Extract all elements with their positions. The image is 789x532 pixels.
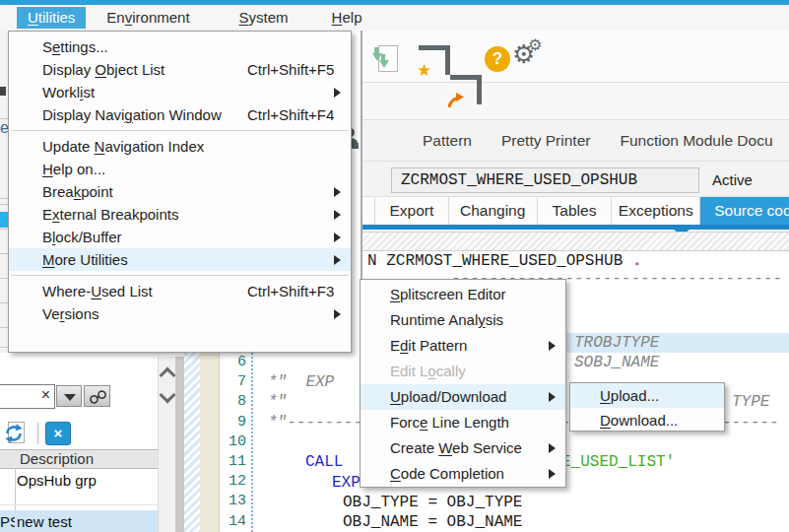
- refresh-icon[interactable]: [2, 421, 28, 446]
- menu-separator: [9, 271, 351, 280]
- create-shortcut-icon[interactable]: [450, 75, 482, 104]
- tab-exceptions[interactable]: Exceptions: [612, 197, 700, 225]
- utilities-menu: Settings...Display Object ListCtrl+Shift…: [8, 31, 352, 353]
- menu-item-label: Settings...: [42, 38, 108, 55]
- menu-item-label: External Breakpoints: [42, 206, 178, 223]
- customize-icon[interactable]: ⚙ ⚙: [512, 41, 544, 73]
- panel-toolbar: ×: [0, 419, 158, 448]
- menu-item-versions[interactable]: Versions: [9, 302, 351, 325]
- description-cell: new test: [17, 510, 72, 532]
- help-icon[interactable]: ?: [485, 46, 510, 72]
- submenu-arrow-icon: [549, 443, 556, 453]
- menu-item-upload-download[interactable]: Upload/Download: [361, 384, 565, 410]
- tab-changing[interactable]: Changing: [449, 197, 538, 225]
- line-number: 7: [219, 372, 246, 392]
- menu-item-label: Worklist: [42, 84, 95, 100]
- tab-source-code[interactable]: Source code: [700, 197, 789, 225]
- menu-item-where-used-list[interactable]: Where-Used ListCtrl+Shift+F3: [9, 280, 351, 302]
- submenu-arrow-icon: [334, 309, 341, 319]
- sap-gui-window: UtilitiesEnvironmentSystemHelp Pattern P…: [0, 0, 789, 532]
- application-toolbar: Pattern Pretty Printer Function Module D…: [362, 119, 789, 162]
- menu-item-label: More Utilities: [42, 251, 128, 268]
- dropdown-button[interactable]: [56, 385, 82, 407]
- upload-download-submenu: Upload...Download...: [569, 382, 725, 432]
- menu-item-worklist[interactable]: Worklist: [9, 81, 351, 103]
- submenu-arrow-icon: [334, 233, 341, 242]
- code-fragment: TROBJTYPE: [574, 333, 659, 353]
- line-number: 13: [219, 492, 246, 511]
- menu-bar: UtilitiesEnvironmentSystemHelp: [0, 5, 789, 31]
- document-export-icon[interactable]: [372, 45, 398, 73]
- clear-filter-icon[interactable]: ×: [41, 386, 50, 404]
- tab-export[interactable]: Export: [375, 197, 449, 225]
- menu-item-create-web-service[interactable]: Create Web Service: [361, 435, 565, 461]
- orange-arrow-shape: [447, 93, 465, 108]
- object-name-cell: PSH: [0, 510, 15, 532]
- function-module-docu-button[interactable]: Function Module Docu: [620, 132, 772, 150]
- submenu-arrow-icon: [334, 187, 341, 197]
- panel-splitter[interactable]: [184, 353, 200, 532]
- filter-input[interactable]: ×: [0, 384, 55, 409]
- submenu-arrow-icon: [334, 88, 341, 98]
- menu-item-block-buffer[interactable]: Block/Buffer: [9, 226, 351, 248]
- menu-item-label: Where-Used List: [42, 283, 153, 299]
- menubar-item-system[interactable]: System: [229, 7, 299, 29]
- menu-separator: [9, 126, 351, 135]
- menu-item-more-utilities[interactable]: More Utilities: [9, 248, 351, 271]
- code-fragment: OBJ_TYPE = OBJ_TYPE: [343, 493, 522, 512]
- glasses-icon: [84, 384, 113, 411]
- status-label: Active: [712, 171, 753, 188]
- menu-item-update-navigation-index[interactable]: Update Navigation Index: [9, 135, 351, 158]
- pretty-printer-button[interactable]: Pretty Printer: [501, 132, 590, 150]
- tab-underline: [362, 225, 789, 230]
- description-header: Description: [20, 450, 94, 467]
- clipped-icon-fragment: [0, 87, 6, 96]
- menu-shortcut: Ctrl+Shift+F3: [247, 280, 334, 302]
- menu-item-label: Display Navigation Window: [42, 106, 222, 123]
- scrollbar-track-strip[interactable]: [175, 357, 184, 532]
- star-glyph: ★: [417, 62, 431, 79]
- function-module-name-field[interactable]: ZCRMOST_WHERE_USED_OPSHUB: [391, 167, 699, 193]
- menu-item-splitscreen-editor[interactable]: Splitscreen Editor: [361, 282, 565, 307]
- menu-shortcut: Ctrl+Shift+F4: [247, 103, 334, 126]
- menu-shortcut: Ctrl+Shift+F5: [247, 58, 334, 81]
- list-item-opshub-grp[interactable]: OpsHub grp: [0, 469, 158, 493]
- menu-item-runtime-analysis[interactable]: Runtime Analysis: [361, 307, 565, 333]
- menu-item-help-on[interactable]: Help on...: [9, 158, 351, 180]
- menu-item-breakpoint[interactable]: Breakpoint: [9, 180, 351, 203]
- menu-item-external-breakpoints[interactable]: External Breakpoints: [9, 203, 351, 226]
- close-view-button[interactable]: ×: [45, 422, 71, 445]
- submenu-arrow-icon: [549, 469, 556, 479]
- line-number: 11: [219, 452, 246, 472]
- list-item-new-test[interactable]: PSHnew test: [0, 510, 158, 532]
- menubar-item-utilities[interactable]: Utilities: [17, 7, 86, 29]
- code-fragment: OBJ_NAME = OBJ_NAME: [343, 512, 522, 532]
- menu-item-display-object-list[interactable]: Display Object ListCtrl+Shift+F5: [9, 58, 351, 81]
- menu-item-label: Runtime Analysis: [390, 311, 503, 328]
- menu-item-label: Breakpoint: [42, 183, 113, 200]
- menu-item-display-navigation-window[interactable]: Display Navigation WindowCtrl+Shift+F4: [9, 103, 351, 126]
- menu-item-edit-pattern[interactable]: Edit Pattern: [361, 333, 565, 359]
- menu-item-settings[interactable]: Settings...: [9, 35, 351, 58]
- column-header[interactable]: Description: [0, 449, 158, 469]
- menu-item-force-line-length[interactable]: Force Line Length: [361, 410, 565, 435]
- tab-tables[interactable]: Tables: [538, 197, 613, 225]
- menu-item-label: Versions: [42, 305, 99, 322]
- menu-item-upload[interactable]: Upload...: [570, 383, 724, 408]
- editor-splitter-band[interactable]: [362, 232, 789, 251]
- menu-item-label: Edit Locally: [390, 363, 466, 379]
- code-fragment: TYPE: [732, 392, 769, 412]
- menu-item-code-completion[interactable]: Code Completion: [361, 461, 565, 487]
- gear-glyph-small: ⚙: [528, 37, 542, 53]
- pattern-button[interactable]: Pattern: [423, 132, 472, 150]
- menubar-item-environment[interactable]: Environment: [96, 7, 200, 29]
- display-object-button[interactable]: [84, 385, 110, 407]
- menu-item-label: Help on...: [42, 161, 105, 177]
- object-list: Description OpsHub grpPSHnew test: [0, 449, 158, 532]
- toolbar-separator: [37, 423, 38, 444]
- line-number: 8: [219, 392, 246, 412]
- menu-item-download[interactable]: Download...: [570, 408, 724, 432]
- new-session-icon[interactable]: ★: [419, 45, 450, 75]
- code-fragment: *": [268, 392, 287, 412]
- menubar-item-help[interactable]: Help: [321, 7, 373, 29]
